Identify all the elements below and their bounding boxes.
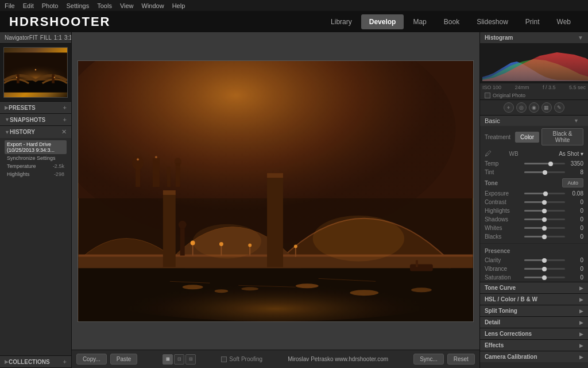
soft-proof-checkbox[interactable] [221, 356, 227, 362]
reset-button[interactable]: Reset [447, 354, 475, 365]
snapshots-label: SNAPSHOTS [10, 117, 45, 123]
collections-add[interactable]: + [63, 358, 66, 365]
view-loupe-icon[interactable]: ⊡ [174, 354, 184, 365]
shadows-thumb[interactable] [542, 217, 547, 222]
clarity-thumb[interactable] [542, 258, 547, 263]
collections-label: COLLECTIONS [9, 359, 50, 365]
saturation-slider[interactable] [524, 277, 565, 278]
saturation-fill [524, 277, 545, 278]
tab-library[interactable]: Library [323, 14, 360, 29]
contrast-slider[interactable] [524, 201, 565, 203]
menu-window[interactable]: Window [142, 2, 164, 9]
history-item-temp[interactable]: Temperature -2.5k [5, 162, 67, 170]
history-header[interactable]: ▼ HISTORY ✕ [0, 126, 71, 138]
menu-edit[interactable]: Edit [23, 2, 34, 9]
effects-header[interactable]: Effects ▶ [480, 339, 588, 351]
exposure-value: 0.08 [567, 190, 583, 197]
tint-label: Tint [485, 169, 522, 175]
clarity-slider[interactable] [524, 259, 565, 261]
tab-book[interactable]: Book [436, 14, 467, 29]
temp-value: 3350 [567, 160, 583, 167]
exposure-slider[interactable] [524, 193, 565, 194]
tab-print[interactable]: Print [517, 14, 548, 29]
histogram-collapse[interactable]: ▼ [578, 34, 583, 41]
shadows-slider[interactable] [524, 218, 565, 220]
navigator-controls: FIT FILL 1:1 3:1 [29, 34, 72, 41]
auto-button[interactable]: Auto [562, 178, 583, 187]
tint-thumb[interactable] [543, 170, 547, 175]
tab-slideshow[interactable]: Slideshow [469, 14, 516, 29]
history-list: Export - Hard Drive (10/25/2013 9:34:3..… [0, 138, 71, 181]
nav-fill[interactable]: FILL [40, 34, 52, 41]
tint-slider[interactable] [524, 171, 565, 173]
highlights-thumb[interactable] [542, 209, 547, 213]
temp-thumb[interactable] [548, 162, 553, 166]
exposure-thumb[interactable] [543, 191, 548, 196]
history-item-highlights[interactable]: Highlights -298 [5, 170, 67, 178]
tone-curve-header[interactable]: Tone Curve ▶ [480, 282, 588, 293]
treatment-color-btn[interactable]: Color [515, 132, 539, 143]
basic-label: Basic [485, 117, 500, 124]
shadows-slider-row: Shadows 0 [480, 215, 588, 224]
camera-calibration-header[interactable]: Camera Calibration ▶ [480, 351, 588, 362]
whites-thumb[interactable] [542, 226, 547, 231]
history-item-highlights-label: Highlights [7, 171, 30, 177]
detail-label: Detail [485, 319, 500, 325]
copy-button[interactable]: Copy... [76, 354, 107, 365]
brush-tool[interactable]: ✎ [554, 102, 564, 113]
wb-eyedropper[interactable]: 🖊 [485, 150, 492, 158]
view-grid-icon[interactable]: ⊞ [163, 354, 173, 365]
history-label: HISTORY [10, 129, 35, 135]
history-item-export[interactable]: Export - Hard Drive (10/25/2013 9:34:3..… [5, 140, 67, 154]
nav-fit[interactable]: FIT [29, 34, 38, 41]
navigator-thumbnail[interactable] [0, 44, 71, 101]
history-clear[interactable]: ✕ [61, 128, 67, 136]
split-toning-arrow: ▶ [579, 308, 583, 314]
menu-tools[interactable]: Tools [97, 2, 112, 9]
menu-settings[interactable]: Settings [66, 2, 89, 9]
highlights-slider[interactable] [524, 210, 565, 212]
presence-divider [480, 243, 588, 244]
history-item-highlights-val: -298 [54, 171, 64, 177]
original-photo-checkbox[interactable] [485, 93, 490, 98]
spot-tool[interactable]: ◎ [516, 102, 527, 113]
wb-value: As Shot ▾ [559, 151, 583, 157]
view-compare-icon[interactable]: ⊟ [185, 354, 196, 365]
hsl-header[interactable]: HSL / Color / B & W ▶ [480, 293, 588, 305]
sync-button[interactable]: Sync... [413, 354, 444, 365]
saturation-thumb[interactable] [542, 275, 547, 280]
tab-develop[interactable]: Develop [361, 14, 404, 29]
menu-view[interactable]: View [120, 2, 134, 9]
soft-proof-toggle[interactable]: Soft Proofing [221, 356, 262, 362]
presets-header[interactable]: ▶ PRESETS + [0, 102, 71, 113]
split-toning-header[interactable]: Split Toning ▶ [480, 305, 588, 316]
snapshots-add[interactable]: + [63, 116, 66, 123]
whites-slider[interactable] [524, 227, 565, 229]
crop-tool[interactable]: ⌖ [504, 102, 514, 113]
blacks-thumb[interactable] [542, 235, 547, 239]
vibrance-thumb[interactable] [542, 267, 547, 271]
detail-header[interactable]: Detail ▶ [480, 316, 588, 328]
lens-corrections-header[interactable]: Lens Corrections ▶ [480, 328, 588, 339]
nav-3-1[interactable]: 3:1 [64, 34, 72, 41]
blacks-slider[interactable] [524, 236, 565, 237]
presets-add[interactable]: + [63, 104, 66, 111]
contrast-thumb[interactable] [542, 200, 547, 205]
redeye-tool[interactable]: ◉ [529, 102, 539, 113]
grad-filter-tool[interactable]: ▦ [541, 102, 552, 113]
main-photo [78, 60, 474, 322]
tab-map[interactable]: Map [405, 14, 434, 29]
collections-header[interactable]: ▶ COLLECTIONS + [0, 356, 71, 367]
menu-help[interactable]: Help [172, 2, 185, 9]
snapshots-header[interactable]: ▼ SNAPSHOTS + [0, 114, 71, 125]
menu-file[interactable]: File [5, 2, 15, 9]
history-item-sync[interactable]: Synchronize Settings [5, 154, 67, 162]
treatment-bw-btn[interactable]: Black & White [541, 128, 583, 145]
clarity-fill [524, 259, 545, 261]
temp-slider[interactable] [524, 163, 565, 164]
menu-photo[interactable]: Photo [42, 2, 59, 9]
nav-1-1[interactable]: 1:1 [54, 34, 62, 41]
paste-button[interactable]: Paste [110, 354, 138, 365]
tab-web[interactable]: Web [549, 14, 579, 29]
vibrance-slider[interactable] [524, 268, 565, 270]
